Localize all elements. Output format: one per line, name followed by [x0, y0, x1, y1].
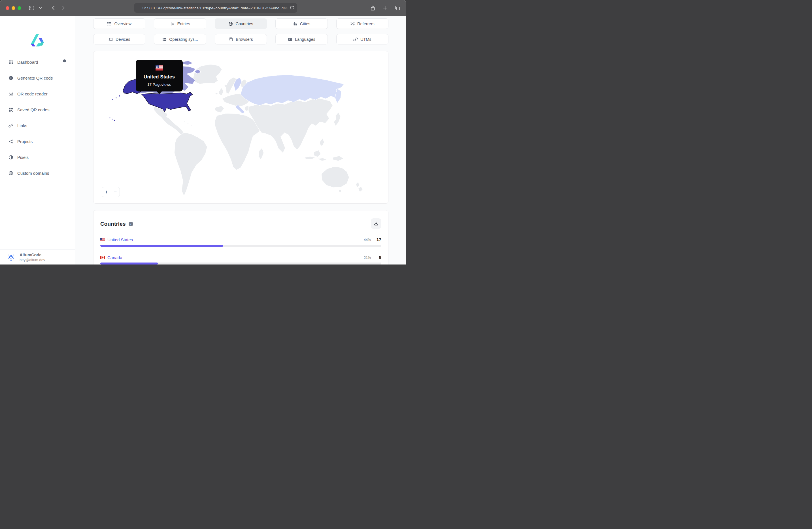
tab-entries[interactable]: Entries — [154, 18, 206, 29]
avatar — [6, 252, 16, 262]
account-email: hey@altum.dev — [19, 258, 45, 262]
server-icon — [162, 37, 166, 42]
notifications-bell-icon[interactable] — [62, 59, 67, 65]
list-icon — [107, 21, 112, 26]
plus-circle-icon — [9, 76, 14, 80]
close-window-button[interactable] — [6, 6, 9, 10]
export-download-button[interactable] — [371, 218, 381, 229]
canada-flag-icon — [100, 256, 105, 259]
sidebar-item-label: Custom domains — [17, 171, 49, 176]
sidebar-item-saved-qr[interactable]: Saved QR codes — [0, 102, 75, 118]
sidebar-item-label: Links — [17, 123, 27, 128]
window-clone-icon — [229, 37, 233, 42]
sidebar-item-label: Pixels — [17, 155, 29, 160]
link-icon — [353, 37, 358, 42]
sidebar-item-pixels[interactable]: Pixels — [0, 149, 75, 165]
translate-icon — [288, 37, 292, 42]
bar-chart-icon — [170, 21, 175, 26]
sidebar-item-generate-qr[interactable]: Generate QR code — [0, 70, 75, 86]
building-icon — [293, 21, 298, 26]
sidebar-item-qr-reader[interactable]: QR code reader — [0, 86, 75, 102]
map-country-south-america[interactable] — [174, 133, 207, 196]
url-text: 127.0.0.1/66qrcode/link-statistics/13?ty… — [142, 6, 289, 10]
map-country-greenland[interactable] — [193, 64, 222, 84]
tab-overview-icon[interactable] — [395, 5, 400, 11]
tab-browsers[interactable]: Browsers — [215, 34, 267, 44]
app-logo[interactable] — [0, 34, 75, 47]
map-country-australia[interactable] — [321, 166, 349, 188]
country-count: 17 — [376, 237, 381, 242]
tab-utms[interactable]: UTMs — [336, 34, 389, 44]
tab-devices[interactable]: Devices — [93, 34, 145, 44]
tooltip-country-name: United States — [139, 74, 180, 80]
tab-referrers[interactable]: Referrers — [336, 18, 389, 29]
us-flag-icon — [100, 238, 105, 241]
half-circle-icon — [9, 155, 14, 160]
share-nodes-icon — [9, 139, 14, 144]
map-zoom-out-button[interactable]: − — [111, 189, 119, 195]
chevron-down-icon[interactable] — [39, 6, 42, 10]
tab-languages[interactable]: Languages — [275, 34, 328, 44]
sidebar-item-label: Saved QR codes — [17, 107, 49, 112]
progress-fill — [100, 263, 158, 265]
browser-window: 127.0.0.1/66qrcode/link-statistics/13?ty… — [0, 0, 406, 265]
traffic-lights — [6, 6, 21, 10]
minimize-window-button[interactable] — [12, 6, 15, 10]
map-region-asia[interactable] — [248, 98, 333, 153]
sidebar-toggle-icon[interactable] — [29, 5, 34, 11]
map-country-united-states[interactable] — [142, 92, 193, 112]
back-button[interactable] — [51, 5, 56, 11]
country-row: United States 44% 17 — [100, 237, 381, 247]
map-tooltip: United States 17 Pageviews — [136, 60, 183, 91]
tab-cities[interactable]: Cities — [275, 18, 328, 29]
account-footer[interactable]: AltumCode hey@altum.dev — [0, 249, 75, 265]
progress-track — [100, 245, 381, 247]
sidebar-item-projects[interactable]: Projects — [0, 133, 75, 149]
sidebar-item-label: Dashboard — [17, 60, 38, 64]
country-percent: 44% — [364, 238, 371, 242]
countries-title: Countries — [100, 221, 126, 227]
map-country-africa[interactable] — [215, 114, 260, 170]
sidebar: Dashboard Genera — [0, 16, 75, 265]
countries-panel: Countries i — [93, 210, 389, 265]
country-link-canada[interactable]: Canada — [107, 255, 122, 260]
sidebar-item-custom-domains[interactable]: Custom domains — [0, 165, 75, 181]
country-link-united-states[interactable]: United States — [107, 237, 133, 242]
reload-icon[interactable] — [289, 5, 295, 12]
tab-countries[interactable]: Countries — [215, 18, 267, 29]
browser-toolbar: 127.0.0.1/66qrcode/link-statistics/13?ty… — [0, 0, 406, 16]
progress-track — [100, 263, 381, 265]
laptop-icon — [108, 37, 113, 42]
qr-code-icon — [9, 107, 14, 112]
us-flag-icon — [139, 65, 180, 71]
map-zoom-in-button[interactable]: + — [102, 189, 111, 195]
globe-icon — [9, 171, 14, 176]
tab-operating-systems[interactable]: Operating sys... — [154, 34, 206, 44]
new-tab-icon[interactable] — [382, 5, 388, 11]
world-map-card: United States 17 Pageviews + − — [93, 51, 389, 204]
account-name: AltumCode — [19, 252, 45, 258]
download-icon — [374, 221, 378, 226]
country-row: Canada 21% 8 — [100, 255, 381, 265]
link-icon — [9, 123, 14, 128]
sidebar-item-links[interactable]: Links — [0, 118, 75, 133]
glasses-icon — [9, 91, 14, 96]
map-country-mexico[interactable] — [154, 106, 185, 136]
address-bar[interactable]: 127.0.0.1/66qrcode/link-statistics/13?ty… — [134, 3, 297, 13]
zoom-window-button[interactable] — [17, 6, 21, 10]
share-icon[interactable] — [370, 5, 376, 11]
statistics-tabs: Overview Entries Countries — [93, 18, 389, 44]
main-content: Overview Entries Countries — [75, 16, 406, 265]
forward-button[interactable] — [60, 5, 66, 11]
sidebar-item-label: QR code reader — [17, 91, 48, 96]
dashboard-grid-icon — [9, 60, 14, 64]
progress-fill — [100, 245, 223, 247]
country-count: 8 — [376, 255, 381, 260]
globe-icon — [228, 21, 233, 26]
info-icon[interactable]: i — [129, 222, 133, 226]
country-percent: 21% — [364, 256, 371, 260]
tab-overview[interactable]: Overview — [93, 18, 145, 29]
sidebar-item-label: Generate QR code — [17, 76, 53, 80]
shuffle-icon — [350, 21, 355, 26]
sidebar-item-dashboard[interactable]: Dashboard — [0, 54, 75, 70]
